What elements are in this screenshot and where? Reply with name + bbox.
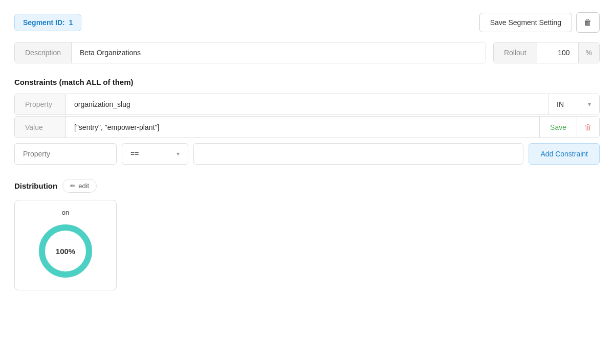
new-value-input[interactable] <box>193 143 523 165</box>
donut-chart: 100% <box>35 220 96 282</box>
new-operator-value: == <box>130 150 139 158</box>
edit-label: edit <box>78 182 89 190</box>
rollout-label: Rollout <box>494 42 537 63</box>
property-input-0[interactable] <box>66 94 548 115</box>
distribution-edit-button[interactable]: ✏ edit <box>62 179 97 193</box>
operator-value-0: IN <box>557 100 564 108</box>
property-label-0: Property <box>15 94 66 115</box>
trash-icon: 🗑 <box>584 18 592 27</box>
distribution-card: on 100% <box>14 200 117 290</box>
header-actions: Save Segment Setting 🗑 <box>479 12 600 33</box>
description-label: Description <box>15 42 72 63</box>
value-label-0: Value <box>15 117 66 138</box>
new-property-input[interactable] <box>14 143 117 165</box>
save-segment-button[interactable]: Save Segment Setting <box>479 13 572 32</box>
value-input-0[interactable] <box>66 117 539 138</box>
constraint-block-0: Property IN ▾ Value Save 🗑 <box>14 94 600 138</box>
donut-center-text: 100% <box>56 247 75 256</box>
add-constraint-row: == ▾ Add Constraint <box>14 143 600 165</box>
chevron-down-icon-new: ▾ <box>177 150 180 157</box>
delete-segment-button[interactable]: 🗑 <box>576 12 600 33</box>
segment-id-badge: Segment ID: 1 <box>14 14 81 31</box>
rollout-percent: % <box>578 42 599 63</box>
trash-icon-constraint-0: 🗑 <box>584 123 592 131</box>
distribution-on-label: on <box>62 209 69 216</box>
description-input[interactable] <box>72 42 486 63</box>
segment-id-label: Segment ID: <box>23 18 65 27</box>
constraint-value-row-0: Value Save 🗑 <box>14 116 600 138</box>
constraints-section-title: Constraints (match ALL of them) <box>14 78 600 86</box>
operator-select-0[interactable]: IN ▾ <box>548 94 599 115</box>
description-group: Description <box>14 42 486 63</box>
header-row: Segment ID: 1 Save Segment Setting 🗑 <box>14 12 600 33</box>
save-constraint-button-0[interactable]: Save <box>539 117 577 138</box>
segment-id-value: 1 <box>69 18 73 27</box>
rollout-input[interactable] <box>537 42 578 63</box>
distribution-title: Distribution <box>14 181 57 190</box>
pencil-icon: ✏ <box>70 182 76 190</box>
description-rollout-row: Description Rollout % <box>14 42 600 63</box>
add-constraint-button[interactable]: Add Constraint <box>529 143 600 165</box>
new-operator-select[interactable]: == ▾ <box>122 143 188 165</box>
distribution-header: Distribution ✏ edit <box>14 179 600 193</box>
delete-constraint-button-0[interactable]: 🗑 <box>577 117 599 138</box>
constraint-property-row-0: Property IN ▾ <box>14 94 600 115</box>
rollout-group: Rollout % <box>493 42 600 63</box>
chevron-down-icon-0: ▾ <box>588 101 591 108</box>
